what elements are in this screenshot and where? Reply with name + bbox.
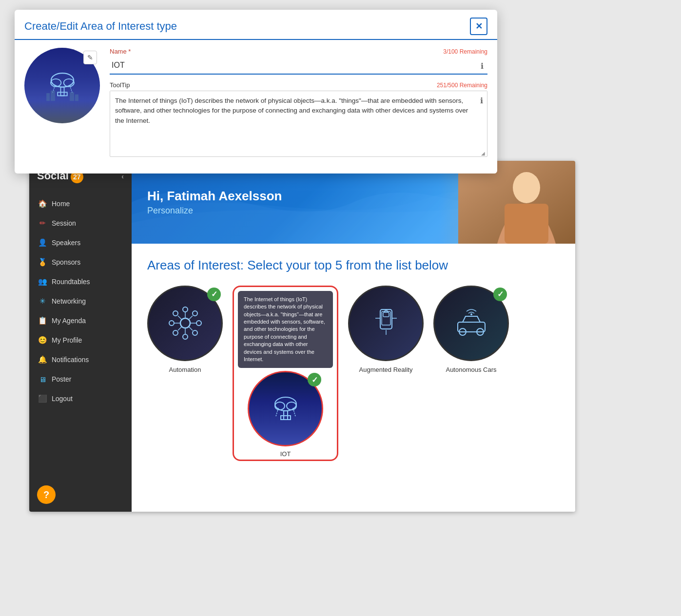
svg-rect-33	[458, 322, 485, 332]
svg-rect-41	[58, 92, 67, 96]
resize-handle-icon: ◢	[481, 151, 486, 155]
sidebar-item-notifications[interactable]: 🔔 Notifications	[29, 350, 132, 369]
svg-point-10	[173, 330, 178, 335]
card-ar[interactable]: Augmented Reality	[348, 286, 424, 373]
nav-label-profile: My Profile	[52, 336, 82, 344]
ar-svg	[367, 304, 406, 343]
card-autonomous[interactable]: ✓ Autonomous Cars	[433, 286, 509, 373]
svg-rect-40	[60, 87, 64, 96]
svg-rect-32	[383, 312, 389, 317]
name-label-row: Name * 3/100 Remaining	[110, 48, 487, 55]
svg-rect-45	[51, 90, 55, 100]
card-automation[interactable]: ✓ Automation	[147, 286, 223, 373]
nav-label-agenda: My Agenda	[52, 317, 86, 325]
areas-section: Areas of Interest: Select your top 5 fro…	[132, 244, 575, 471]
name-input-wrapper: ℹ	[110, 57, 487, 75]
iot-svg	[266, 389, 305, 428]
svg-point-6	[169, 321, 174, 326]
svg-rect-24	[281, 416, 291, 420]
svg-line-16	[178, 316, 182, 320]
nav-label-roundtables: Roundtables	[52, 278, 90, 286]
tooltip-label-row: ToolTip 251/500 Remaining	[110, 81, 487, 89]
sponsors-icon: 🏅	[38, 258, 47, 267]
svg-rect-2	[505, 204, 548, 244]
networking-icon: ✳	[38, 297, 47, 306]
tooltip-counter: 251/500 Remaining	[437, 82, 487, 89]
sidebar-collapse-icon[interactable]: ‹	[121, 173, 124, 180]
svg-point-22	[287, 402, 296, 410]
modal-body: ✎ Name * 3/100 Remaining ℹ	[15, 40, 497, 173]
sidebar-item-roundtables[interactable]: 👥 Roundtables	[29, 272, 132, 291]
modal-dialog: Create/Edit Area of Interest type ✕	[15, 10, 497, 173]
sidebar-item-sponsors[interactable]: 🏅 Sponsors	[29, 252, 132, 272]
logout-icon: ⬛	[38, 394, 47, 403]
name-input[interactable]	[110, 57, 487, 75]
agenda-icon: 📋	[38, 316, 47, 325]
poster-icon: 🖥	[38, 375, 47, 384]
svg-line-17	[189, 316, 193, 320]
areas-title: Areas of Interest: Select your top 5 fro…	[147, 257, 560, 274]
nav-label-networking: Networking	[52, 297, 86, 305]
nav-label-notifications: Notifications	[52, 356, 89, 364]
nav-label-logout: Logout	[52, 395, 73, 403]
svg-point-4	[183, 307, 188, 312]
name-form-row: Name * 3/100 Remaining ℹ	[110, 48, 487, 75]
svg-point-5	[183, 334, 188, 339]
iot-label: IOT	[280, 450, 291, 458]
sidebar-help: ?	[29, 478, 132, 512]
sidebar-item-logout[interactable]: ⬛ Logout	[29, 389, 132, 408]
card-ar-circle-wrapper	[348, 286, 424, 361]
automation-label: Automation	[169, 366, 201, 373]
profile-icon: 😊	[38, 336, 47, 345]
social-app: Social27 ‹ 🏠 Home ✏ Session 👤 Speakers 🏅	[29, 161, 575, 512]
svg-point-21	[275, 402, 285, 410]
nav-label-speakers: Speakers	[52, 239, 80, 247]
svg-point-11	[193, 330, 197, 335]
card-iot[interactable]: The Internet of things (IoT) describes t…	[233, 286, 338, 462]
cards-row: ✓ Automation The Internet of things (IoT…	[147, 286, 560, 462]
sidebar-item-speakers[interactable]: 👤 Speakers	[29, 233, 132, 252]
svg-rect-44	[46, 93, 50, 101]
svg-point-37	[51, 73, 73, 87]
sidebar-item-home[interactable]: 🏠 Home	[29, 194, 132, 213]
name-counter: 3/100 Remaining	[443, 48, 487, 55]
sidebar-item-session[interactable]: ✏ Session	[29, 213, 132, 233]
svg-point-9	[193, 311, 197, 316]
modal-close-button[interactable]: ✕	[470, 18, 487, 35]
automation-check: ✓	[207, 288, 221, 301]
iot-check: ✓	[308, 373, 321, 386]
roundtables-icon: 👥	[38, 277, 47, 286]
modal-image-wrapper: ✎	[24, 48, 100, 123]
tooltip-textarea[interactable]: The Internet of things (IoT) describes t…	[110, 91, 487, 154]
sidebar-item-agenda[interactable]: 📋 My Agenda	[29, 311, 132, 330]
ar-label: Augmented Reality	[359, 366, 413, 373]
name-info-icon: ℹ	[481, 61, 484, 71]
automation-svg	[166, 304, 205, 343]
svg-line-19	[189, 327, 193, 330]
modal-edit-button[interactable]: ✎	[83, 51, 97, 64]
modal-iot-graphic	[43, 66, 82, 105]
sidebar-item-poster[interactable]: 🖥 Poster	[29, 369, 132, 389]
autonomous-label: Autonomous Cars	[446, 366, 496, 373]
iot-wrapper: The Internet of things (IoT) describes t…	[233, 286, 338, 462]
autonomous-check: ✓	[493, 288, 507, 301]
svg-rect-46	[70, 92, 74, 101]
sidebar-item-profile[interactable]: 😊 My Profile	[29, 330, 132, 350]
svg-point-8	[173, 311, 178, 316]
hero-text: Hi, Fatimah Aexelsson Personalize	[147, 189, 282, 216]
tooltip-textarea-wrapper: The Internet of things (IoT) describes t…	[110, 91, 487, 157]
modal-title: Create/Edit Area of Interest type	[24, 20, 177, 33]
svg-rect-47	[75, 94, 78, 100]
modal-form: Name * 3/100 Remaining ℹ ToolTip 251/500…	[110, 48, 487, 164]
hero-personalize[interactable]: Personalize	[147, 206, 282, 216]
modal-image-section: ✎	[24, 48, 100, 164]
help-button[interactable]: ?	[37, 485, 56, 504]
sidebar-item-networking[interactable]: ✳ Networking	[29, 291, 132, 311]
name-label: Name *	[110, 48, 131, 55]
iot-circle-wrapper: ✓	[248, 371, 323, 446]
svg-line-18	[178, 327, 182, 330]
tooltip-label: ToolTip	[110, 81, 130, 89]
sidebar-nav: 🏠 Home ✏ Session 👤 Speakers 🏅 Sponsors 👥	[29, 192, 132, 478]
svg-point-1	[513, 172, 540, 203]
svg-point-7	[196, 321, 201, 326]
